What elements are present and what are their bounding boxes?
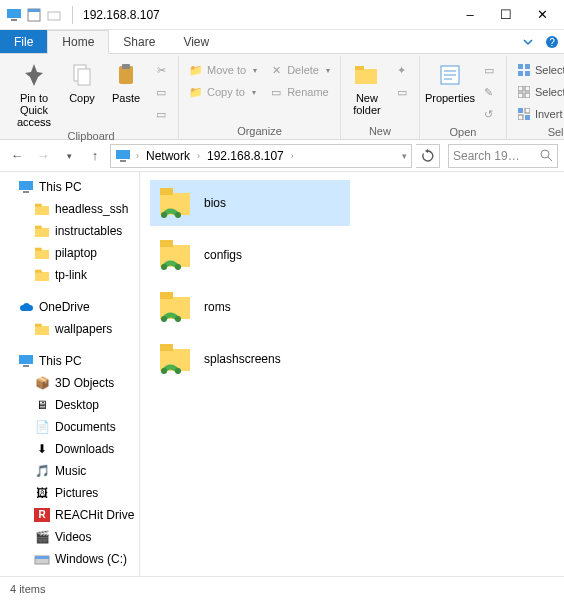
qat-newfolder-icon[interactable] bbox=[46, 7, 62, 23]
ribbon-group-open: Properties ▭ ✎ ↺ Open bbox=[420, 56, 507, 139]
close-button[interactable]: ✕ bbox=[524, 1, 560, 29]
svg-point-59 bbox=[161, 264, 167, 270]
tree-pc-7[interactable]: 🎬Videos bbox=[0, 526, 139, 548]
tree-pc-1-label: Desktop bbox=[55, 398, 99, 412]
folder-item-configs[interactable]: configs bbox=[150, 232, 350, 278]
folder-item-splashscreens[interactable]: splashscreens bbox=[150, 336, 350, 382]
tree-pc-2-label: Documents bbox=[55, 420, 116, 434]
select-all-icon bbox=[517, 63, 531, 77]
svg-rect-1 bbox=[11, 19, 17, 21]
search-input[interactable]: Search 19… bbox=[448, 144, 558, 168]
tree-thispc-top[interactable]: This PC bbox=[0, 176, 139, 198]
content-view[interactable]: biosconfigsromssplashscreens bbox=[140, 172, 564, 576]
tree-onedrive-0[interactable]: wallpapers bbox=[0, 318, 139, 340]
easy-access-button[interactable]: ▭ bbox=[391, 82, 413, 102]
tab-view[interactable]: View bbox=[169, 30, 223, 53]
up-button[interactable]: ↑ bbox=[84, 145, 106, 167]
tree-thispc[interactable]: This PC bbox=[0, 350, 139, 372]
paste-button[interactable]: Paste bbox=[106, 60, 146, 104]
pin-icon bbox=[19, 60, 49, 90]
folder-item-bios[interactable]: bios bbox=[150, 180, 350, 226]
pin-button[interactable]: Pin to Quick access bbox=[10, 60, 58, 128]
pin-label: Pin to Quick access bbox=[10, 92, 58, 128]
tree-pc-4[interactable]: 🎵Music bbox=[0, 460, 139, 482]
tree-quick-0[interactable]: headless_ssh bbox=[0, 198, 139, 220]
network-icon bbox=[115, 149, 131, 163]
svg-rect-12 bbox=[355, 66, 364, 70]
copy-button[interactable]: Copy bbox=[62, 60, 102, 104]
ribbon-collapse-icon[interactable] bbox=[516, 30, 540, 53]
select-none-button[interactable]: Select none bbox=[513, 82, 564, 102]
edit-button[interactable]: ✎ bbox=[478, 82, 500, 102]
tree-pc-3[interactable]: ⬇Downloads bbox=[0, 438, 139, 460]
group-label-clipboard: Clipboard bbox=[10, 128, 172, 144]
item-count: 4 items bbox=[10, 583, 45, 595]
select-none-icon bbox=[517, 85, 531, 99]
titlebar: 192.168.8.107 – ☐ ✕ bbox=[0, 0, 564, 30]
tree-pc-5[interactable]: 🖼Pictures bbox=[0, 482, 139, 504]
tab-file[interactable]: File bbox=[0, 30, 47, 53]
tree-quick-1[interactable]: instructables bbox=[0, 220, 139, 242]
rename-button[interactable]: ▭Rename bbox=[265, 82, 334, 102]
crumb-host[interactable]: 192.168.8.107 bbox=[205, 149, 286, 163]
tree-quick-1-icon bbox=[34, 223, 50, 239]
svg-rect-19 bbox=[525, 86, 530, 91]
tree-quick-3-label: tp-link bbox=[55, 268, 87, 282]
tab-share[interactable]: Share bbox=[109, 30, 169, 53]
refresh-button[interactable] bbox=[416, 144, 440, 168]
tree-quick-1-label: instructables bbox=[55, 224, 122, 238]
folder-name: configs bbox=[204, 248, 242, 262]
maximize-button[interactable]: ☐ bbox=[488, 1, 524, 29]
tree-pc-2-icon: 📄 bbox=[34, 419, 50, 435]
copy-path-button[interactable]: ▭ bbox=[150, 82, 172, 102]
moveto-button[interactable]: 📁Move to bbox=[185, 60, 261, 80]
address-bar[interactable]: › Network › 192.168.8.107 › ▾ bbox=[110, 144, 412, 168]
tree-pc-2[interactable]: 📄Documents bbox=[0, 416, 139, 438]
tree-pc-0-label: 3D Objects bbox=[55, 376, 114, 390]
svg-rect-26 bbox=[116, 150, 130, 159]
properties-button[interactable]: Properties bbox=[426, 60, 474, 104]
cut-button[interactable]: ✂ bbox=[150, 60, 172, 80]
delete-button[interactable]: ✕Delete bbox=[265, 60, 334, 80]
paste-shortcut-button[interactable]: ▭ bbox=[150, 104, 172, 124]
new-item-button[interactable]: ✦ bbox=[391, 60, 413, 80]
tree-quick-3-icon bbox=[34, 267, 50, 283]
select-all-button[interactable]: Select all bbox=[513, 60, 564, 80]
invert-selection-button[interactable]: Invert selection bbox=[513, 104, 564, 124]
copy-path-icon: ▭ bbox=[154, 85, 168, 99]
svg-rect-24 bbox=[518, 115, 523, 120]
svg-rect-36 bbox=[35, 250, 49, 259]
qat-properties-icon[interactable] bbox=[26, 7, 42, 23]
tree-onedrive[interactable]: OneDrive bbox=[0, 296, 139, 318]
address-dropdown-icon[interactable]: ▾ bbox=[402, 151, 407, 161]
tree-pc-0[interactable]: 📦3D Objects bbox=[0, 372, 139, 394]
main-area: This PCheadless_sshinstructablespilaptop… bbox=[0, 172, 564, 576]
tree-quick-2-icon bbox=[34, 245, 50, 261]
tree-pc-6[interactable]: RREACHit Drive bbox=[0, 504, 139, 526]
open-icon: ▭ bbox=[482, 63, 496, 77]
crumb-network[interactable]: Network bbox=[144, 149, 192, 163]
recent-locations-button[interactable]: ▾ bbox=[58, 145, 80, 167]
svg-rect-40 bbox=[35, 326, 49, 335]
tree-quick-2[interactable]: pilaptop bbox=[0, 242, 139, 264]
minimize-button[interactable]: – bbox=[452, 1, 488, 29]
forward-button[interactable]: → bbox=[32, 145, 54, 167]
tree-quick-3[interactable]: tp-link bbox=[0, 264, 139, 286]
tree-pc-9[interactable]: Youtube (D:) bbox=[0, 570, 139, 576]
tab-home[interactable]: Home bbox=[47, 30, 109, 54]
help-icon[interactable]: ? bbox=[540, 30, 564, 53]
newfolder-button[interactable]: New folder bbox=[347, 60, 387, 116]
tree-pc-8[interactable]: Windows (C:) bbox=[0, 548, 139, 570]
back-button[interactable]: ← bbox=[6, 145, 28, 167]
edit-icon: ✎ bbox=[482, 85, 496, 99]
tree-pc-1[interactable]: 🖥Desktop bbox=[0, 394, 139, 416]
history-button[interactable]: ↺ bbox=[478, 104, 500, 124]
svg-rect-66 bbox=[160, 344, 173, 351]
properties-label: Properties bbox=[425, 92, 475, 104]
open-button[interactable]: ▭ bbox=[478, 60, 500, 80]
folder-item-roms[interactable]: roms bbox=[150, 284, 350, 330]
tree-pc-7-icon: 🎬 bbox=[34, 529, 50, 545]
copyto-button[interactable]: 📁Copy to bbox=[185, 82, 261, 102]
navigation-pane[interactable]: This PCheadless_sshinstructablespilaptop… bbox=[0, 172, 140, 576]
tree-pc-1-icon: 🖥 bbox=[34, 397, 50, 413]
